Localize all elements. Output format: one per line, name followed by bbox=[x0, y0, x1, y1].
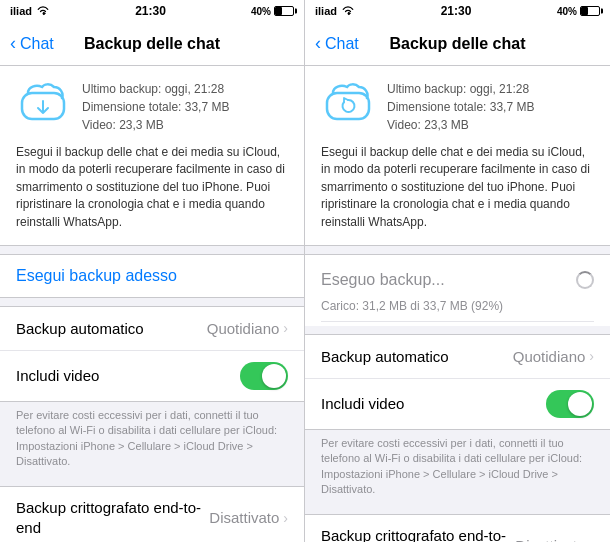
icloud-icon-right bbox=[321, 80, 375, 124]
back-label-left: Chat bbox=[20, 35, 54, 53]
include-video-row-left: Includi video bbox=[0, 351, 304, 401]
auto-backup-value-left: Quotidiano bbox=[207, 320, 280, 337]
icloud-desc-right: Esegui il backup delle chat e dei media … bbox=[321, 144, 594, 231]
crypto-chevron-right: › bbox=[589, 538, 594, 542]
video-right: Video: 23,3 MB bbox=[387, 116, 534, 134]
icloud-card-left: Ultimo backup: oggi, 21:28 Dimensione to… bbox=[0, 66, 304, 246]
crypto-row-right[interactable]: Backup crittografato end-to-end Disattiv… bbox=[305, 514, 610, 542]
icloud-card-right: Ultimo backup: oggi, 21:28 Dimensione to… bbox=[305, 66, 610, 246]
backup-now-label-left: Esegui backup adesso bbox=[16, 267, 177, 285]
crypto-label-right: Backup crittografato end-to-end bbox=[321, 526, 515, 542]
settings-section-right: Backup automatico Quotidiano › Includi v… bbox=[305, 334, 610, 430]
crypto-row-left[interactable]: Backup crittografato end-to-end Disattiv… bbox=[0, 486, 304, 542]
nav-title-left: Backup delle chat bbox=[84, 35, 220, 53]
include-video-label-left: Includi video bbox=[16, 367, 99, 384]
status-bar-left: iliad 21:30 40% bbox=[0, 0, 304, 22]
backup-progress-section: Eseguo backup... Carico: 31,2 MB di 33,7… bbox=[305, 254, 610, 326]
crypto-value-left: Disattivato bbox=[209, 509, 279, 526]
status-bar-right: iliad 21:30 40% bbox=[305, 0, 610, 22]
last-backup-right: Ultimo backup: oggi, 21:28 bbox=[387, 80, 534, 98]
back-chevron-right: ‹ bbox=[315, 33, 321, 54]
crypto-label-left: Backup crittografato end-to-end bbox=[16, 498, 209, 539]
icloud-info-right: Ultimo backup: oggi, 21:28 Dimensione to… bbox=[387, 80, 534, 134]
auto-backup-chevron-left: › bbox=[283, 320, 288, 336]
icloud-icon-left bbox=[16, 80, 70, 124]
battery-left: 40% bbox=[251, 6, 271, 17]
wifi-icon-left bbox=[36, 6, 50, 16]
size-right: Dimensione totale: 33,7 MB bbox=[387, 98, 534, 116]
backup-spinner bbox=[576, 271, 594, 289]
back-button-right[interactable]: ‹ Chat bbox=[315, 33, 359, 54]
back-chevron-left: ‹ bbox=[10, 33, 16, 54]
icloud-info-left: Ultimo backup: oggi, 21:28 Dimensione to… bbox=[82, 80, 229, 134]
wifi-note-right: Per evitare costi eccessivi per i dati, … bbox=[305, 430, 610, 506]
include-video-label-right: Includi video bbox=[321, 395, 404, 412]
auto-backup-row-left[interactable]: Backup automatico Quotidiano › bbox=[0, 307, 304, 351]
battery-icon-left bbox=[274, 6, 294, 16]
auto-backup-chevron-right: › bbox=[589, 348, 594, 364]
back-button-left[interactable]: ‹ Chat bbox=[10, 33, 54, 54]
icloud-desc-left: Esegui il backup delle chat e dei media … bbox=[16, 144, 288, 231]
include-video-toggle-left[interactable] bbox=[240, 362, 288, 390]
video-left: Video: 23,3 MB bbox=[82, 116, 229, 134]
nav-bar-right: ‹ Chat Backup delle chat bbox=[305, 22, 610, 66]
time-right: 21:30 bbox=[441, 4, 472, 18]
left-panel: iliad 21:30 40% ‹ Chat Backup delle chat bbox=[0, 0, 305, 542]
content-right: Ultimo backup: oggi, 21:28 Dimensione to… bbox=[305, 66, 610, 542]
crypto-value-right: Disattivato bbox=[515, 537, 585, 542]
auto-backup-row-right[interactable]: Backup automatico Quotidiano › bbox=[305, 335, 610, 379]
progress-text: Carico: 31,2 MB di 33,7 MB (92%) bbox=[321, 297, 594, 322]
wifi-note-left: Per evitare costi eccessivi per i dati, … bbox=[0, 402, 304, 478]
right-panel: iliad 21:30 40% ‹ Chat Backup delle chat bbox=[305, 0, 610, 542]
include-video-toggle-right[interactable] bbox=[546, 390, 594, 418]
carrier-left: iliad bbox=[10, 5, 32, 17]
back-label-right: Chat bbox=[325, 35, 359, 53]
nav-title-right: Backup delle chat bbox=[389, 35, 525, 53]
svg-rect-1 bbox=[327, 93, 369, 119]
settings-section-left: Backup automatico Quotidiano › Includi v… bbox=[0, 306, 304, 402]
nav-bar-left: ‹ Chat Backup delle chat bbox=[0, 22, 304, 66]
wifi-icon-right bbox=[341, 6, 355, 16]
time-left: 21:30 bbox=[135, 4, 166, 18]
content-left: Ultimo backup: oggi, 21:28 Dimensione to… bbox=[0, 66, 304, 542]
backup-in-progress-label: Eseguo backup... bbox=[321, 271, 445, 289]
auto-backup-label-right: Backup automatico bbox=[321, 348, 449, 365]
auto-backup-label-left: Backup automatico bbox=[16, 320, 144, 337]
size-left: Dimensione totale: 33,7 MB bbox=[82, 98, 229, 116]
last-backup-left: Ultimo backup: oggi, 21:28 bbox=[82, 80, 229, 98]
auto-backup-value-right: Quotidiano bbox=[513, 348, 586, 365]
crypto-chevron-left: › bbox=[283, 510, 288, 526]
battery-icon-right bbox=[580, 6, 600, 16]
carrier-right: iliad bbox=[315, 5, 337, 17]
backup-now-row-left[interactable]: Esegui backup adesso bbox=[0, 254, 304, 298]
battery-right: 40% bbox=[557, 6, 577, 17]
include-video-row-right: Includi video bbox=[305, 379, 610, 429]
